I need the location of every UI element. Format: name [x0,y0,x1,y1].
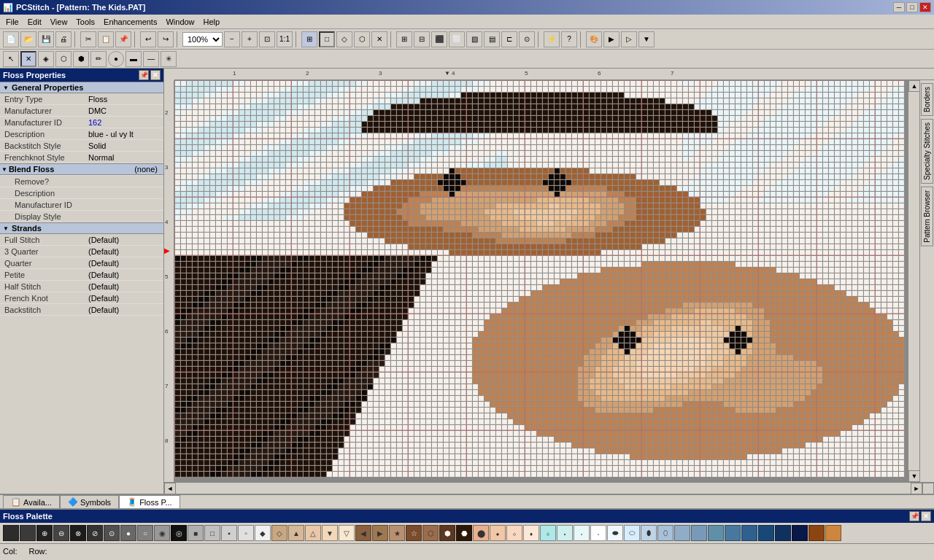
flossfill-tool[interactable]: ⬢ [73,51,89,67]
new-button[interactable]: 📄 [3,31,19,47]
pen-tool[interactable]: ✏ [90,51,107,67]
open-button[interactable]: 📂 [20,31,36,47]
scroll-track-v[interactable] [908,92,919,470]
palette-swatch-19[interactable]: ▼ [322,525,338,541]
view-grid-button[interactable]: ⊞ [396,31,412,47]
palette-swatch-18[interactable]: △ [305,525,321,541]
menu-edit[interactable]: Edit [23,16,46,28]
palette-swatch-28[interactable]: ⬤ [473,525,489,541]
eraser-tool[interactable]: ◈ [38,51,54,67]
specialty-stitches-tab[interactable]: Specialty Stitches [921,119,933,184]
scroll-left-button[interactable]: ◄ [164,483,176,494]
menu-view[interactable]: View [46,16,72,28]
palette-swatch-49[interactable] [825,525,841,541]
save-button[interactable]: 💾 [38,31,54,47]
palette-swatch-20[interactable]: ▽ [339,525,355,541]
palette-swatch-42[interactable] [708,525,724,541]
palette-pin-button[interactable]: 📌 [909,511,919,521]
symbols-tab[interactable]: 🔷 Symbols [60,495,119,508]
palette-swatch-26[interactable]: ⬢ [439,525,455,541]
palette-swatch-9[interactable]: ◉ [154,525,170,541]
palette-swatch-29[interactable]: ⬥ [490,525,506,541]
palette-swatch-31[interactable]: ⬧ [523,525,539,541]
palette-swatch-36[interactable]: ⬬ [607,525,623,541]
palette-swatch-39[interactable]: ⬯ [657,525,674,541]
scroll-down-button[interactable]: ▼ [908,470,920,482]
palette-swatch-25[interactable]: ⬡ [422,525,439,541]
view-full-button[interactable]: ⬜ [449,31,465,47]
close-button[interactable]: ✕ [919,2,931,12]
palette-swatch-4[interactable]: ⊗ [70,525,86,541]
grid-button[interactable]: ⊞ [301,31,317,47]
minimize-button[interactable]: ─ [893,2,905,12]
palette-swatch-47[interactable] [792,525,808,541]
palette-swatch-6[interactable]: ⊙ [104,525,120,541]
palette-swatch-33[interactable]: ⬩ [557,525,573,541]
palette-swatch-45[interactable] [758,525,774,541]
zoom-actual-button[interactable]: 1:1 [277,31,293,47]
magic-button[interactable]: ✕ [371,31,387,47]
scroll-track-h[interactable] [176,483,911,494]
palette-swatch-34[interactable]: ⬪ [574,525,590,541]
palette-swatch-48[interactable] [808,525,825,541]
arrow-tool[interactable]: ↖ [3,51,19,67]
palette-swatch-40[interactable] [674,525,690,541]
general-properties-header[interactable]: General Properties [0,82,163,93]
view-back-button[interactable]: ⊏ [501,31,517,47]
palette-swatch-13[interactable]: ▪ [221,525,237,541]
palette-swatch-2[interactable]: ⊕ [36,525,53,541]
stitch-canvas[interactable] [174,80,908,482]
view-symbol-button[interactable]: ⊟ [414,31,430,47]
undo-button[interactable]: ↩ [140,31,156,47]
strands-header[interactable]: Strands [0,222,163,234]
palette-swatch-0[interactable] [3,525,19,541]
maximize-button[interactable]: □ [906,2,918,12]
scroll-right-button[interactable]: ► [911,483,922,494]
select-button[interactable]: □ [319,31,335,47]
view-quarter-button[interactable]: ▤ [484,31,500,47]
zoom-in-button[interactable]: + [242,31,258,47]
palette-swatch-3[interactable]: ⊖ [53,525,69,541]
palette-btn[interactable]: 🎨 [586,31,602,47]
fill-tool[interactable]: ⬡ [55,51,72,67]
palette-swatch-8[interactable]: ○ [137,525,153,541]
palette-swatch-17[interactable]: ▲ [288,525,304,541]
palette-swatch-46[interactable] [775,525,791,541]
panel-pin-button[interactable]: 📌 [139,70,149,80]
cross-tool[interactable]: ✕ [20,51,36,67]
pattern-area[interactable] [174,80,908,482]
scroll-up-button[interactable]: ▲ [908,80,920,92]
palette-swatch-43[interactable] [725,525,741,541]
help-button[interactable]: ? [561,31,577,47]
print-button[interactable]: 🖨 [55,31,72,47]
palette-swatch-5[interactable]: ⊘ [87,525,103,541]
palette-swatch-44[interactable] [741,525,757,541]
pattern-browser-tab[interactable]: Pattern Browser [921,187,933,246]
menu-window[interactable]: Window [161,16,198,28]
line-tool[interactable]: — [143,51,159,67]
palette-swatch-24[interactable]: ☆ [406,525,422,541]
palette-swatch-32[interactable]: ⬨ [540,525,556,541]
rect-tool[interactable]: ▬ [126,51,142,67]
palette-swatch-12[interactable]: □ [204,525,220,541]
star-tool[interactable]: ✳ [161,51,177,67]
borders-tab[interactable]: Borders [921,83,933,116]
palette-swatch-14[interactable]: ▫ [238,525,254,541]
palette-swatch-41[interactable] [691,525,707,541]
palette-swatch-15[interactable]: ◆ [255,525,271,541]
view-french-button[interactable]: ⊙ [519,31,535,47]
palette-swatch-35[interactable]: ⬫ [590,525,606,541]
menu-help[interactable]: Help [199,16,225,28]
palette-swatch-10[interactable]: ◎ [171,525,187,541]
menu-enhancements[interactable]: Enhancements [99,16,161,28]
palette-swatch-22[interactable]: ▶ [372,525,388,541]
redo-button[interactable]: ↪ [158,31,174,47]
palette-swatch-1[interactable] [20,525,36,541]
zoom-fit-button[interactable]: ⊡ [259,31,275,47]
circle-tool[interactable]: ● [108,51,124,67]
available-tab[interactable]: 📋 Availa... [3,495,60,508]
menu-tools[interactable]: Tools [72,16,99,28]
panel-close-button[interactable]: ✕ [150,70,161,80]
select2-button[interactable]: ◇ [336,31,352,47]
cut-button[interactable]: ✂ [80,31,96,47]
